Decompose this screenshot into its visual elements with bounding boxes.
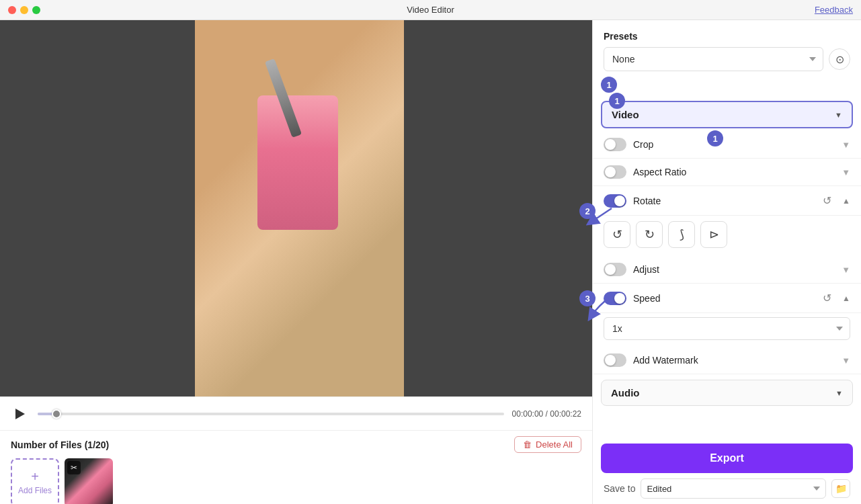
total-time: 00:00:22 — [550, 409, 581, 419]
adjust-toggle-knob — [605, 264, 616, 275]
add-files-label: Add Files — [18, 486, 52, 495]
audio-dropdown-icon: ▼ — [835, 389, 843, 397]
crop-row[interactable]: Crop ▼ — [593, 131, 861, 159]
more-options-button[interactable]: ⊙ — [829, 48, 850, 70]
current-time: 00:00:00 — [512, 409, 544, 419]
adjust-chevron-icon: ▼ — [842, 265, 850, 275]
progress-thumb[interactable] — [52, 409, 61, 419]
crop-chevron-icon: ▼ — [842, 140, 850, 150]
rotate-toggle-knob — [614, 196, 625, 206]
close-button[interactable] — [8, 6, 16, 14]
watermark-chevron-icon: ▼ — [842, 355, 850, 366]
title-bar: Video Editor Feedback — [0, 0, 861, 20]
crop-label: Crop — [633, 139, 835, 150]
adjust-toggle[interactable] — [604, 263, 626, 276]
video-hand-bg — [195, 20, 404, 396]
delete-all-button[interactable]: 🗑 Delete All — [514, 436, 581, 453]
video-section-title: Video — [612, 109, 829, 120]
step-badge-1-overlay: 1 — [609, 93, 625, 109]
watermark-row[interactable]: Add Watermark ▼ — [593, 347, 861, 374]
video-frame — [0, 20, 592, 396]
time-display: 00:00:00 / 00:00:22 — [512, 409, 581, 419]
video-section-header[interactable]: 1 Video ▼ — [601, 101, 853, 128]
file-strip-header: Number of Files (1/20) 🗑 Delete All — [11, 436, 581, 453]
flip-h-button[interactable]: ⊳ — [700, 221, 727, 248]
more-icon: ⊙ — [835, 53, 844, 66]
file-thumbnails: + Add Files ✂ — [11, 458, 581, 504]
aspect-ratio-toggle[interactable] — [604, 165, 626, 179]
aspect-ratio-label: Aspect Ratio — [633, 167, 835, 177]
aspect-ratio-row[interactable]: Aspect Ratio ▼ — [593, 159, 861, 186]
speed-select[interactable]: 1x 0.5x 1.5x 2x — [604, 317, 850, 340]
folder-icon: 📁 — [835, 483, 847, 494]
traffic-lights — [8, 6, 40, 14]
file-strip: Number of Files (1/20) 🗑 Delete All + Ad… — [0, 430, 592, 504]
aspect-ratio-toggle-knob — [605, 167, 616, 177]
save-to-label: Save to — [604, 483, 635, 494]
video-left-dark — [0, 20, 195, 396]
video-center — [195, 20, 404, 396]
watermark-toggle[interactable] — [604, 353, 626, 367]
presets-label: Presets — [604, 31, 850, 42]
add-plus-icon: + — [31, 470, 39, 483]
speed-reset-icon[interactable]: ↺ — [819, 290, 835, 306]
app-title: Video Editor — [407, 5, 454, 15]
rotate-row[interactable]: 2 Rotate ↺ ▲ — [593, 186, 861, 216]
rotate-toggle[interactable] — [604, 194, 626, 208]
time-separator: / — [546, 409, 548, 419]
trash-icon: 🗑 — [523, 439, 532, 450]
file-count: Number of Files (1/20) — [11, 439, 109, 450]
rotate-buttons-container: ↺ ↻ ⟆ ⊳ — [593, 216, 861, 256]
step-badge-1: 1 — [601, 77, 617, 93]
rotate-ccw-button[interactable]: ↺ — [604, 221, 630, 248]
rotate-reset-icon[interactable]: ↺ — [819, 193, 835, 208]
add-files-button[interactable]: + Add Files — [11, 458, 59, 504]
export-area: Export Save to Edited Downloads 📁 — [593, 435, 861, 504]
rotate-cw-button[interactable]: ↻ — [636, 221, 663, 248]
delete-all-label: Delete All — [536, 439, 573, 450]
rotate-label: Rotate — [633, 196, 812, 206]
minimize-button[interactable] — [20, 6, 28, 14]
watermark-label: Add Watermark — [633, 355, 835, 366]
speed-collapse-icon[interactable]: ▲ — [842, 294, 850, 303]
adjust-row[interactable]: Adjust ▼ — [593, 256, 861, 284]
play-button[interactable] — [11, 405, 30, 423]
video-right-dark — [404, 20, 592, 396]
export-button[interactable]: Export — [601, 444, 853, 473]
speed-toggle-knob — [614, 293, 625, 304]
rotate-collapse-icon[interactable]: ▲ — [842, 196, 850, 206]
main-content: 00:00:00 / 00:00:22 Number of Files (1/2… — [0, 20, 861, 504]
presets-section: Presets None Preset 1 Preset 2 ⊙ — [593, 20, 861, 77]
adjust-label: Adjust — [633, 264, 835, 275]
thumbnail-item-1[interactable]: ✂ — [65, 458, 113, 504]
video-product — [257, 95, 338, 230]
presets-row: None Preset 1 Preset 2 ⊙ — [604, 47, 850, 71]
speed-label: Speed — [633, 293, 812, 304]
speed-toggle[interactable] — [604, 292, 626, 305]
video-preview — [0, 20, 592, 396]
crop-toggle-knob — [605, 139, 616, 150]
watermark-toggle-knob — [605, 355, 616, 366]
right-panel: Presets None Preset 1 Preset 2 ⊙ 1 1 Vid… — [592, 20, 861, 504]
scissors-icon: ✂ — [67, 461, 81, 474]
video-dropdown-icon: ▼ — [835, 111, 842, 119]
audio-section-title: Audio — [611, 387, 830, 398]
maximize-button[interactable] — [32, 6, 40, 14]
presets-select[interactable]: None Preset 1 Preset 2 — [604, 47, 823, 71]
feedback-link[interactable]: Feedback — [815, 5, 853, 15]
save-to-select[interactable]: Edited Downloads — [641, 478, 826, 499]
progress-track[interactable] — [38, 413, 504, 415]
flip-v-button[interactable]: ⟆ — [668, 221, 695, 248]
aspect-ratio-chevron-icon: ▼ — [842, 167, 850, 177]
play-icon — [15, 409, 25, 419]
folder-button[interactable]: 📁 — [831, 479, 850, 498]
video-controls: 00:00:00 / 00:00:22 — [0, 396, 592, 430]
save-to-row: Save to Edited Downloads 📁 — [601, 478, 853, 499]
left-panel: 00:00:00 / 00:00:22 Number of Files (1/2… — [0, 20, 592, 504]
speed-row[interactable]: Speed ↺ ▲ — [593, 284, 861, 313]
audio-section-header[interactable]: Audio ▼ — [601, 380, 853, 406]
crop-toggle[interactable] — [604, 138, 626, 151]
progress-bar-container — [38, 413, 504, 415]
